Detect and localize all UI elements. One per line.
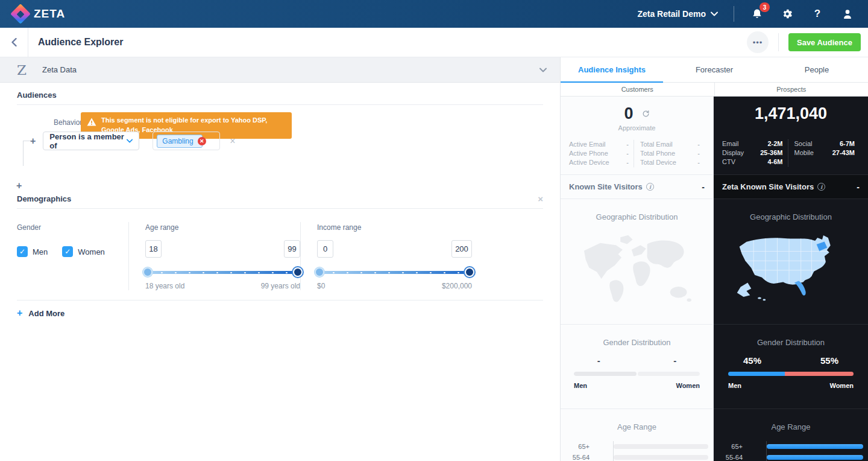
women-checkbox-item[interactable]: ✓ Women	[62, 246, 105, 257]
customers-age-section: Age Range 65+ 55-64	[561, 409, 713, 461]
income-slider-min-handle[interactable]	[315, 267, 324, 277]
add-condition-button[interactable]: +	[30, 136, 36, 146]
men-checkbox-label: Men	[33, 247, 48, 256]
tag-input[interactable]: Gambling ✕	[153, 132, 220, 150]
prospects-count: 1,471,040	[755, 104, 827, 123]
back-button[interactable]	[0, 28, 28, 57]
customers-column: 0 Approximate Active Email- Active Phone…	[561, 97, 714, 461]
behavior-rule-area: Behavior This segment is not eligible fo…	[17, 105, 543, 186]
source-label: Zeta Data	[42, 65, 77, 74]
account-switcher[interactable]: Zeta Retail Demo	[637, 9, 718, 19]
insights-panel: Audience Insights Forecaster People Cust…	[561, 57, 868, 461]
behavior-label: Behavior	[54, 118, 82, 127]
income-min-input[interactable]	[317, 240, 333, 258]
prospects-men-label: Men	[728, 382, 741, 389]
income-max-input[interactable]	[451, 240, 472, 258]
more-actions-button[interactable]: •••	[747, 31, 769, 53]
zeta-diamond-icon	[10, 4, 31, 24]
zeta-data-source-bar[interactable]: Z Zeta Data	[0, 57, 560, 83]
customers-age-chart: 65+ 55-64	[561, 441, 713, 461]
prospects-count-section: 1,471,040 Email2-2M Display25-36M CTV4-6…	[714, 97, 868, 175]
tab-audience-insights[interactable]: Audience Insights	[561, 57, 663, 82]
age-slider-max-handle[interactable]	[293, 267, 303, 277]
income-min-caption: $0	[317, 282, 325, 290]
customers-women-value: -	[673, 355, 676, 366]
customers-gender-section: Gender Distribution - - Men Women	[561, 325, 713, 409]
settings-button[interactable]	[780, 7, 794, 21]
customers-count-caption: Approximate	[561, 124, 713, 132]
known-site-visitors-row: Known Site Visitors i -	[561, 175, 713, 199]
info-icon[interactable]: i	[817, 183, 825, 191]
prospects-age-chart: 65+ 55-64	[714, 441, 868, 461]
gambling-tag[interactable]: Gambling ✕	[157, 135, 202, 148]
income-slider	[318, 267, 471, 277]
women-checkbox[interactable]: ✓	[62, 246, 73, 257]
income-slider-max-handle[interactable]	[465, 267, 474, 277]
customers-gender-bar	[574, 372, 700, 376]
page-title: Audience Explorer	[38, 37, 123, 48]
prospects-column-header[interactable]: Prospects	[715, 83, 868, 97]
world-map	[576, 230, 699, 312]
tab-people[interactable]: People	[766, 57, 868, 82]
audiences-heading: Audiences	[17, 91, 543, 105]
age-range-column: Age range 18 years old	[129, 222, 300, 290]
customers-column-header[interactable]: Customers	[561, 83, 715, 97]
age-range-label: Age range	[145, 223, 300, 232]
age-max-input[interactable]	[284, 240, 300, 258]
remove-demographics-button[interactable]: ×	[538, 194, 543, 203]
tab-forecaster[interactable]: Forecaster	[663, 57, 766, 82]
age-min-input[interactable]	[145, 240, 162, 258]
collapse-chevron-icon[interactable]	[539, 68, 547, 72]
help-button[interactable]: ?	[810, 7, 825, 21]
prospects-men-value: 45%	[743, 355, 761, 366]
add-rule-button[interactable]: +	[16, 181, 22, 191]
customers-geo-title: Geographic Distribution	[561, 199, 713, 221]
add-more-button[interactable]: + Add More	[17, 308, 543, 319]
customers-count: 0	[624, 104, 633, 123]
prospects-age-section: Age Range 65+ 55-64	[714, 409, 868, 461]
zeta-known-site-visitors-row: Zeta Known Site Visitors i -	[714, 175, 868, 199]
men-checkbox-item[interactable]: ✓ Men	[17, 246, 48, 257]
customers-stats: Active Email- Active Phone- Active Devic…	[569, 140, 705, 167]
chevron-down-icon	[127, 139, 133, 143]
demographics-columns: Gender ✓ Men ✓ Women	[17, 209, 543, 300]
gear-icon	[781, 8, 793, 20]
men-bar-segment	[728, 372, 785, 376]
info-icon[interactable]: i	[646, 183, 654, 191]
customers-men-label: Men	[574, 382, 587, 389]
top-navbar: ZETA Zeta Retail Demo 3 ?	[0, 0, 868, 28]
page-header: Audience Explorer ••• Save Audience	[0, 28, 868, 57]
income-slider-ticks	[327, 272, 462, 273]
profile-button[interactable]	[840, 7, 855, 21]
question-mark-icon: ?	[814, 8, 820, 20]
save-audience-button[interactable]: Save Audience	[788, 33, 861, 51]
customers-women-label: Women	[676, 382, 700, 389]
prospects-gender-title: Gender Distribution	[714, 325, 868, 347]
age-slider-min-handle[interactable]	[143, 267, 153, 277]
zeta-logo[interactable]: ZETA	[13, 7, 65, 21]
refresh-icon[interactable]	[642, 110, 650, 118]
remove-rule-button[interactable]: ×	[230, 136, 235, 147]
remove-tag-button[interactable]: ✕	[198, 137, 206, 145]
age-min-caption: 18 years old	[145, 282, 184, 290]
known-site-visitors-value: -	[702, 182, 705, 192]
zeta-data-icon: Z	[17, 62, 27, 78]
men-checkbox[interactable]: ✓	[17, 246, 28, 257]
customers-age-title: Age Range	[561, 409, 713, 431]
prospects-women-label: Women	[829, 382, 854, 389]
age-slider-ticks	[155, 272, 291, 273]
customers-count-section: 0 Approximate Active Email- Active Phone…	[561, 97, 713, 175]
prospects-stats: Email2-2M Display25-36M CTV4-6M Social6-…	[722, 139, 860, 167]
customers-men-value: -	[597, 355, 600, 366]
operator-select[interactable]: Person is a member of	[43, 132, 139, 150]
gender-column: Gender ✓ Men ✓ Women	[17, 222, 128, 290]
header-divider	[778, 33, 779, 51]
audience-builder-panel: Z Zeta Data Audiences Behavior This segm…	[0, 57, 561, 461]
us-map	[729, 230, 853, 307]
customers-geo-section: Geographic Distribution	[561, 199, 713, 325]
customers-gender-title: Gender Distribution	[561, 325, 713, 347]
notifications-button[interactable]: 3	[750, 7, 764, 21]
income-range-label: Income range	[317, 223, 472, 232]
prospects-gender-bar	[728, 372, 854, 376]
demographics-heading: Demographics ×	[17, 194, 543, 209]
